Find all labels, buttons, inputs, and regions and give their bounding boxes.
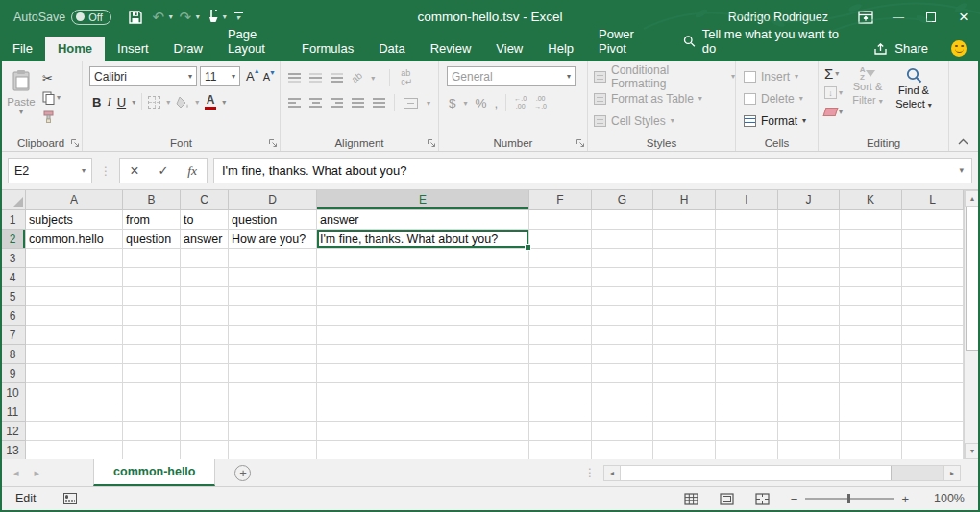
name-box[interactable]: E2 ▾: [8, 158, 92, 183]
cell-I13[interactable]: [716, 441, 778, 459]
increase-decimal-button[interactable]: ←.0 .00: [514, 95, 527, 110]
cell-G3[interactable]: [592, 249, 653, 268]
cell-F4[interactable]: [529, 268, 592, 287]
merge-center-button[interactable]: [404, 98, 418, 109]
cell-B10[interactable]: [123, 383, 181, 402]
align-right-button[interactable]: [331, 98, 343, 108]
cell-C12[interactable]: [181, 422, 229, 441]
cell-L10[interactable]: [902, 383, 964, 402]
cell-F1[interactable]: [529, 210, 592, 230]
clear-button[interactable]: ▾: [824, 104, 843, 120]
cell-L7[interactable]: [902, 326, 964, 345]
cell-A2[interactable]: common.hello: [26, 230, 123, 249]
cell-H3[interactable]: [653, 249, 716, 268]
cell-E5[interactable]: [317, 287, 529, 306]
cell-I9[interactable]: [716, 364, 778, 383]
cell-K9[interactable]: [840, 364, 902, 383]
zoom-slider[interactable]: [805, 498, 894, 500]
cell-styles-button[interactable]: Cell Styles ▾: [594, 110, 735, 132]
orientation-button[interactable]: ab: [350, 71, 364, 85]
cell-H2[interactable]: [653, 230, 716, 249]
cell-H4[interactable]: [653, 268, 716, 287]
merge-center-dropdown-icon[interactable]: ▾: [427, 99, 430, 108]
cut-button[interactable]: ✂: [42, 70, 67, 86]
cell-C2[interactable]: answer: [181, 230, 229, 249]
cell-G6[interactable]: [592, 306, 653, 326]
cell-A8[interactable]: [26, 345, 123, 364]
redo-dropdown-icon[interactable]: ▾: [196, 13, 200, 21]
cell-H9[interactable]: [653, 364, 716, 383]
cell-H7[interactable]: [653, 326, 716, 345]
cell-K1[interactable]: [840, 210, 902, 230]
horizontal-scroll-track[interactable]: [892, 466, 943, 480]
column-header-J[interactable]: J: [778, 190, 840, 210]
cell-L1[interactable]: [902, 210, 964, 230]
cell-C5[interactable]: [181, 287, 229, 306]
cell-K13[interactable]: [840, 441, 902, 459]
cell-G5[interactable]: [592, 287, 653, 306]
cell-F3[interactable]: [529, 249, 592, 268]
ribbon-tab-power-pivot[interactable]: Power Pivot: [586, 22, 658, 61]
borders-button[interactable]: [148, 96, 160, 109]
cell-I3[interactable]: [716, 249, 778, 268]
cell-I5[interactable]: [716, 287, 778, 306]
copy-button[interactable]: ▾: [42, 89, 67, 106]
formula-splitter[interactable]: ⋮: [92, 164, 119, 178]
font-color-dropdown-icon[interactable]: ▾: [222, 98, 226, 107]
column-header-E[interactable]: E: [317, 190, 529, 210]
borders-dropdown-icon[interactable]: ▾: [166, 98, 170, 107]
decrease-decimal-button[interactable]: .00 →.0: [534, 95, 547, 110]
cell-J11[interactable]: [778, 402, 840, 422]
cell-J1[interactable]: [778, 210, 840, 230]
alignment-dialog-launcher[interactable]: [427, 138, 436, 148]
cell-G10[interactable]: [592, 383, 653, 402]
touch-mode-dropdown-icon[interactable]: ▾: [223, 13, 227, 21]
cell-F7[interactable]: [529, 326, 592, 345]
clipboard-dialog-launcher[interactable]: [70, 138, 80, 148]
cell-I12[interactable]: [716, 422, 778, 441]
ribbon-tab-insert[interactable]: Insert: [105, 37, 161, 61]
cell-C6[interactable]: [181, 306, 229, 326]
cell-I6[interactable]: [716, 306, 778, 326]
cell-B4[interactable]: [123, 268, 181, 287]
cell-J4[interactable]: [778, 268, 840, 287]
row-header-4[interactable]: 4: [0, 268, 26, 287]
underline-dropdown-icon[interactable]: ▾: [132, 98, 135, 107]
cell-H12[interactable]: [653, 422, 716, 441]
cell-E6[interactable]: [317, 306, 529, 326]
cell-B2[interactable]: question: [123, 230, 181, 249]
cell-C4[interactable]: [181, 268, 229, 287]
cell-E3[interactable]: [317, 249, 529, 268]
row-header-7[interactable]: 7: [0, 326, 26, 345]
bold-button[interactable]: B: [92, 95, 101, 110]
user-name[interactable]: Rodrigo Rodriguez: [728, 11, 828, 24]
minimize-button[interactable]: —: [882, 0, 915, 34]
cell-D13[interactable]: [229, 441, 317, 459]
collapse-ribbon-button[interactable]: [958, 138, 968, 145]
cell-D3[interactable]: [229, 249, 317, 268]
cell-J2[interactable]: [778, 230, 840, 249]
cancel-entry-button[interactable]: ×: [120, 162, 149, 180]
cell-B1[interactable]: from: [123, 210, 181, 230]
cell-C11[interactable]: [181, 402, 229, 422]
zoom-in-button[interactable]: +: [901, 492, 909, 506]
copy-dropdown-icon[interactable]: ▾: [57, 93, 61, 102]
decrease-indent-button[interactable]: [352, 98, 364, 108]
cell-B6[interactable]: [123, 306, 181, 326]
cell-K7[interactable]: [840, 326, 902, 345]
cell-H11[interactable]: [653, 402, 716, 422]
row-header-1[interactable]: 1: [0, 210, 26, 230]
cell-D7[interactable]: [229, 326, 317, 345]
column-header-F[interactable]: F: [529, 190, 592, 210]
insert-function-button[interactable]: fx: [178, 163, 207, 179]
orientation-dropdown-icon[interactable]: ▾: [371, 74, 375, 83]
ribbon-tab-view[interactable]: View: [483, 37, 535, 61]
ribbon-tab-draw[interactable]: Draw: [161, 37, 215, 61]
cell-L4[interactable]: [902, 268, 964, 287]
prev-sheet-button[interactable]: ◂: [13, 467, 19, 479]
align-bottom-button[interactable]: [331, 73, 343, 83]
cell-C9[interactable]: [181, 364, 229, 383]
cell-J9[interactable]: [778, 364, 840, 383]
cell-F5[interactable]: [529, 287, 592, 306]
cell-F6[interactable]: [529, 306, 592, 326]
